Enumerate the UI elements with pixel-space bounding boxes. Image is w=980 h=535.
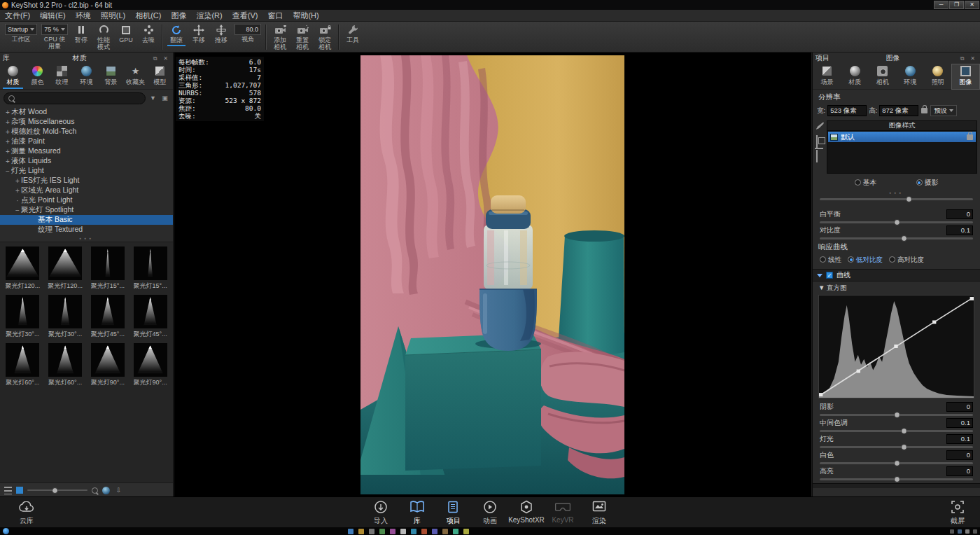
edit-style-icon[interactable] <box>816 122 824 130</box>
menu-item-help[interactable]: 帮助(H) <box>288 10 323 21</box>
menu-item-edit[interactable]: 编辑(E) <box>35 10 71 21</box>
lock-aspect-icon[interactable] <box>921 108 927 113</box>
gpu-button[interactable]: GPU <box>117 24 135 44</box>
cpu-usage-selector[interactable]: 75 % CPU 使用量 <box>41 24 68 50</box>
taskbar-icon[interactable] <box>400 529 406 534</box>
list-view-icon[interactable] <box>4 487 12 494</box>
taskbar-icon[interactable] <box>358 529 364 534</box>
material-thumbnail[interactable]: 聚光灯120... <box>3 246 43 291</box>
high-contrast-radio[interactable]: 高对比度 <box>889 256 924 265</box>
tab-colors[interactable]: 颜色 <box>25 64 50 89</box>
thumbnail-size-slider[interactable] <box>27 489 88 491</box>
material-thumbnail[interactable]: 聚光灯15°... <box>130 246 170 291</box>
contrast-value[interactable]: 0.1 <box>946 225 973 235</box>
menu-item-image[interactable]: 图像 <box>166 10 191 21</box>
shadows-slider[interactable] <box>820 414 973 416</box>
pause-button[interactable]: 暂停 <box>72 24 90 44</box>
curve-checkbox[interactable]: ✓ <box>826 272 833 279</box>
tab-materials[interactable]: 材质 <box>1 64 25 89</box>
undock-panel-icon[interactable]: ⧉ <box>958 54 967 63</box>
start-button[interactable] <box>3 528 9 534</box>
tab-environment[interactable]: 环境 <box>897 64 925 89</box>
midtones-value[interactable]: 0.1 <box>946 418 973 428</box>
project-button[interactable]: 项目 <box>435 499 472 529</box>
preset-dropdown[interactable]: 预设 <box>930 105 957 116</box>
material-thumbnail[interactable]: 聚光灯45°... <box>88 295 128 339</box>
tree-item-wood[interactable]: +木材 Wood <box>0 107 173 117</box>
material-thumbnail[interactable]: 聚光灯30°... <box>3 295 43 339</box>
whites-slider[interactable] <box>820 462 973 464</box>
tray-icon[interactable] <box>965 529 969 534</box>
menu-item-view[interactable]: 查看(V) <box>227 10 263 21</box>
whites-value[interactable]: 0 <box>946 450 973 460</box>
tab-scene[interactable]: 场景 <box>813 64 841 89</box>
dolly-tool-button[interactable]: 推移 <box>212 24 230 44</box>
tree-item-mold-tech[interactable]: +模德姓纹 Mold-Tech <box>0 127 173 137</box>
tab-textures[interactable]: 纹理 <box>50 64 74 89</box>
taskbar-icon[interactable] <box>442 529 448 534</box>
add-camera-button[interactable]: 添加相机 <box>271 24 289 50</box>
delete-style-icon[interactable] <box>816 150 818 162</box>
search-input[interactable] <box>18 94 141 103</box>
import-button[interactable]: 导入 <box>363 499 399 527</box>
library-search[interactable] <box>4 92 146 104</box>
tab-lighting[interactable]: 照明 <box>924 64 952 89</box>
menu-item-file[interactable]: 文件(F) <box>0 10 35 21</box>
menu-item-window[interactable]: 窗口 <box>262 10 288 21</box>
linear-radio[interactable]: 线性 <box>820 256 841 265</box>
taskbar-icon[interactable] <box>421 529 427 534</box>
grid-view-icon[interactable] <box>16 487 23 494</box>
close-panel-icon[interactable]: ✕ <box>968 54 977 63</box>
animation-button[interactable]: 动画 <box>472 499 508 527</box>
performance-mode-button[interactable]: 性能模式 <box>94 24 113 50</box>
library-button[interactable]: 库 <box>399 499 435 529</box>
tab-backplates[interactable]: 背景 <box>99 64 123 89</box>
low-contrast-radio[interactable]: 低对比度 <box>848 256 883 265</box>
tray-icon[interactable] <box>950 529 954 534</box>
highlights-slider[interactable] <box>820 478 973 480</box>
image-style-item-default[interactable]: 默认 <box>828 132 976 142</box>
curve-section-bar[interactable]: ✓ 曲线 <box>813 269 980 282</box>
tab-material[interactable]: 材质 <box>841 64 869 89</box>
lights-slider[interactable] <box>820 446 973 448</box>
taskbar-icon[interactable] <box>369 529 374 534</box>
material-thumbnail[interactable]: 聚光灯30°... <box>46 295 85 339</box>
tree-item-spotlight[interactable]: −聚光灯 Spotlight <box>0 205 173 215</box>
tools-button[interactable]: 工具 <box>344 24 362 44</box>
tree-item-light[interactable]: −灯光 Light <box>0 166 173 176</box>
realtime-viewport[interactable]: 每秒帧数:6.0 时间:17s 采样值:7 三角形:1,027,707 NURB… <box>174 53 811 497</box>
zoom-icon[interactable] <box>92 487 98 494</box>
histogram-curve-editor[interactable] <box>818 295 974 398</box>
menu-item-render[interactable]: 渲染(R) <box>191 10 227 21</box>
taskbar-icon[interactable] <box>390 529 396 534</box>
lock-camera-button[interactable]: 锁定相机 <box>316 24 334 50</box>
material-thumbnail[interactable]: 聚光灯90°... <box>130 343 170 387</box>
tree-item-measured[interactable]: +测量 Measured <box>0 146 173 156</box>
pan-tool-button[interactable]: 平移 <box>190 24 208 44</box>
online-library-icon[interactable] <box>102 487 110 494</box>
contrast-slider[interactable] <box>820 237 973 239</box>
height-field[interactable]: 872 像素 <box>879 105 918 116</box>
style-lock-icon[interactable] <box>967 134 973 140</box>
tab-models[interactable]: 模型 <box>148 64 172 89</box>
tree-item-point-light[interactable]: ·点光 Point Light <box>0 195 173 205</box>
material-thumbnail[interactable]: 聚光灯45°... <box>130 295 170 339</box>
screenshot-button[interactable]: 截屏 <box>939 499 976 527</box>
material-thumbnail[interactable]: 聚光灯90°... <box>88 343 128 387</box>
midtones-slider[interactable] <box>820 430 973 432</box>
keyvr-button[interactable]: KeyVR <box>545 499 581 525</box>
tree-item-liquids[interactable]: +液体 Liquids <box>0 156 173 166</box>
taskbar-icon[interactable] <box>432 529 438 534</box>
tree-item-basic[interactable]: 基本 Basic <box>0 215 173 225</box>
histogram-label[interactable]: ▼ 直方图 <box>813 282 980 293</box>
tab-favorites[interactable]: ★收藏夹 <box>123 64 148 89</box>
tray-icon[interactable] <box>958 529 962 534</box>
workspace-selector[interactable]: Startup 工作区 <box>5 24 37 43</box>
tree-item-paint[interactable]: +油漆 Paint <box>0 137 173 146</box>
denoise-button[interactable]: 去噪 <box>139 24 158 44</box>
tumble-tool-button[interactable]: 翻滚 <box>167 24 186 44</box>
panel-splitter-handle[interactable]: ●●● <box>0 235 173 242</box>
menu-item-lighting[interactable]: 照明(L) <box>96 10 130 21</box>
material-thumbnail[interactable]: 聚光灯120... <box>46 246 85 291</box>
material-thumbnail[interactable]: 聚光灯15°... <box>88 246 128 291</box>
